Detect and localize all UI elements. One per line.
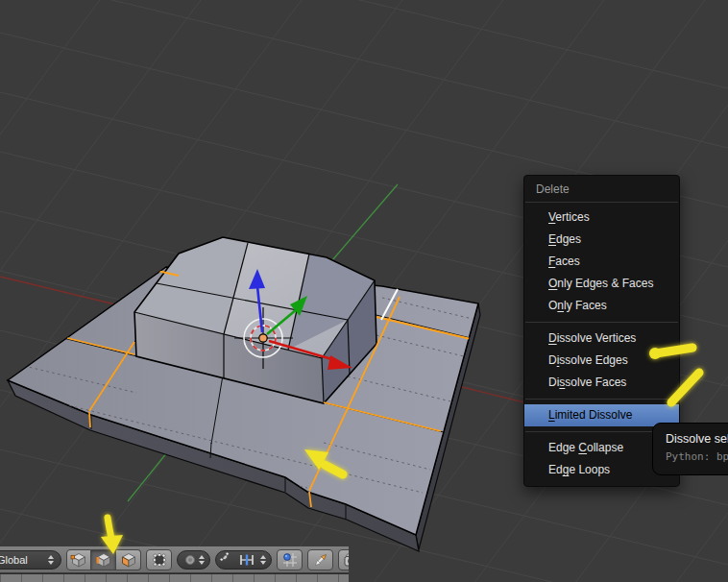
snap-group (215, 550, 272, 570)
vertex-select-icon (70, 551, 87, 569)
snap-element-icon[interactable] (238, 552, 255, 568)
stepper-down-icon[interactable] (48, 561, 54, 565)
menu-item-only-edges-faces[interactable]: Only Edges & Faces (524, 273, 679, 295)
tooltip: Dissolve sele Python: bp (652, 423, 728, 475)
menu-item-dissolve-edges[interactable]: Dissolve Edges (524, 350, 679, 372)
snap-target-grid-icon (281, 551, 299, 569)
menu-item-edges[interactable]: Edges (524, 229, 679, 251)
timeline-strip[interactable] (0, 573, 349, 582)
vertex-select-button[interactable] (66, 549, 91, 570)
stepper-down-icon[interactable] (199, 561, 205, 565)
blender-window: Delete VerticesEdgesFacesOnly Edges & Fa… (0, 0, 728, 582)
proportional-stepper[interactable] (197, 555, 206, 565)
align-rotation-button[interactable] (307, 549, 333, 570)
occlude-geometry-button[interactable] (146, 549, 172, 570)
stepper-up-icon[interactable] (199, 555, 205, 559)
menu-separator (525, 399, 678, 400)
snap-magnet-icon[interactable] (219, 551, 235, 568)
occlude-geometry-icon (151, 551, 168, 569)
menu-item-faces[interactable]: Faces (524, 251, 679, 273)
snap-target-button[interactable] (277, 549, 303, 570)
camera-icon (343, 551, 350, 569)
menu-item-dissolve-vertices[interactable]: Dissolve Vertices (524, 327, 679, 350)
face-select-button[interactable] (116, 549, 141, 570)
diagonal-arrows-icon (312, 551, 329, 569)
menu-item-dissolve-faces[interactable]: Dissolve Faces (524, 372, 679, 394)
opengl-render-button[interactable] (338, 549, 349, 570)
delete-menu-title: Delete (524, 176, 679, 202)
tooltip-python: Python: bp (666, 450, 728, 463)
menu-item-only-faces[interactable]: Only Faces (524, 295, 679, 317)
menu-separator (525, 202, 678, 203)
proportional-editing-dropdown[interactable] (177, 550, 210, 570)
stepper-down-icon[interactable] (260, 561, 266, 565)
proportional-editing-icon (183, 553, 197, 567)
tooltip-title: Dissolve sele (666, 432, 728, 446)
menu-separator (525, 322, 678, 323)
face-select-icon (120, 551, 137, 569)
orientation-stepper[interactable] (46, 555, 56, 565)
menu-item-vertices[interactable]: Vertices (524, 206, 679, 229)
cursor-center-dot (259, 334, 267, 342)
edge-select-icon (95, 551, 112, 569)
orientation-value: Global (0, 554, 28, 566)
edge-select-button[interactable] (91, 549, 116, 570)
snap-stepper[interactable] (258, 555, 268, 565)
stepper-up-icon[interactable] (260, 555, 266, 559)
stepper-up-icon[interactable] (48, 555, 54, 559)
orientation-dropdown[interactable]: Global (0, 550, 61, 570)
view3d-header-bar: Global (0, 546, 349, 573)
select-mode-group (66, 549, 141, 570)
